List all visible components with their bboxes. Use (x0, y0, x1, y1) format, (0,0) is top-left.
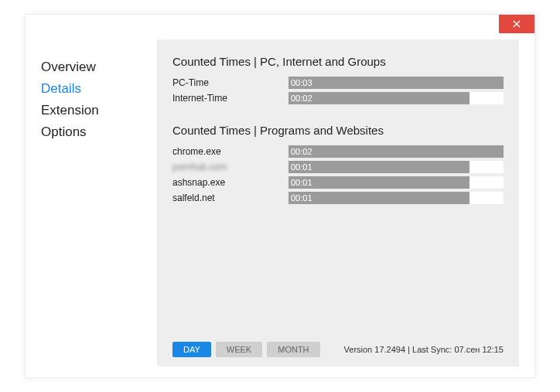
usage-row: ashsnap.exe00:01 (172, 176, 504, 189)
usage-row-label: chrome.exe (172, 146, 289, 157)
usage-row-label: ashsnap.exe (172, 177, 289, 188)
usage-bar-value: 00:03 (291, 77, 312, 89)
usage-bar-value: 00:01 (291, 176, 312, 189)
usage-bar-fill: 00:01 (289, 192, 470, 204)
usage-bar-value: 00:01 (291, 161, 312, 173)
range-day-button[interactable]: DAY (172, 342, 211, 357)
usage-bar-track: 00:02 (289, 92, 504, 104)
usage-row: PC-Time00:03 (172, 76, 504, 90)
section-pc-groups: PC-Time00:03Internet-Time00:02 (172, 76, 504, 107)
close-icon (513, 20, 521, 28)
body: Overview Details Extension Options Count… (26, 39, 534, 377)
section-title-programs: Counted Times | Programs and Websites (172, 124, 504, 137)
usage-bar-track: 00:01 (289, 176, 504, 189)
range-week-button[interactable]: WEEK (216, 342, 262, 357)
usage-row: Internet-Time00:02 (172, 91, 504, 105)
usage-bar-track: 00:01 (289, 161, 504, 173)
sidebar: Overview Details Extension Options (41, 39, 157, 366)
usage-row: chrome.exe00:02 (172, 145, 504, 159)
usage-bar-value: 00:02 (291, 92, 312, 104)
usage-bar-fill: 00:02 (289, 145, 504, 158)
usage-bar-fill: 00:02 (289, 92, 470, 104)
section-programs: chrome.exe00:02pornhub.com00:01ashsnap.e… (172, 145, 504, 206)
titlebar (26, 15, 534, 39)
range-month-button[interactable]: MONTH (267, 342, 319, 357)
sidebar-item-details[interactable]: Details (41, 78, 157, 100)
main-panel: Counted Times | PC, Internet and Groups … (157, 39, 519, 366)
usage-bar-track: 00:03 (289, 77, 504, 89)
usage-row-label: Internet-Time (172, 93, 289, 104)
usage-bar-track: 00:01 (289, 192, 504, 204)
usage-row: salfeld.net00:01 (172, 191, 504, 205)
section-title-pc-groups: Counted Times | PC, Internet and Groups (172, 55, 504, 68)
close-button[interactable] (499, 15, 534, 33)
app-window: Overview Details Extension Options Count… (25, 14, 535, 378)
usage-bar-track: 00:02 (289, 145, 504, 158)
usage-row-label: pornhub.com (172, 162, 289, 172)
sidebar-item-options[interactable]: Options (41, 121, 157, 143)
sidebar-item-overview[interactable]: Overview (41, 56, 157, 78)
usage-bar-fill: 00:01 (289, 176, 470, 189)
sidebar-item-extension[interactable]: Extension (41, 100, 157, 121)
usage-bar-value: 00:02 (291, 145, 312, 158)
usage-bar-fill: 00:03 (289, 77, 504, 89)
usage-row-label: salfeld.net (172, 193, 289, 203)
usage-bar-value: 00:01 (291, 192, 312, 204)
usage-row: pornhub.com00:01 (172, 160, 504, 174)
footer-version-text: Version 17.2494 | Last Sync: 07.сен 12:1… (344, 345, 504, 354)
usage-bar-fill: 00:01 (289, 161, 470, 173)
usage-row-label: PC-Time (172, 77, 289, 88)
footer: DAY WEEK MONTH Version 17.2494 | Last Sy… (172, 342, 504, 357)
